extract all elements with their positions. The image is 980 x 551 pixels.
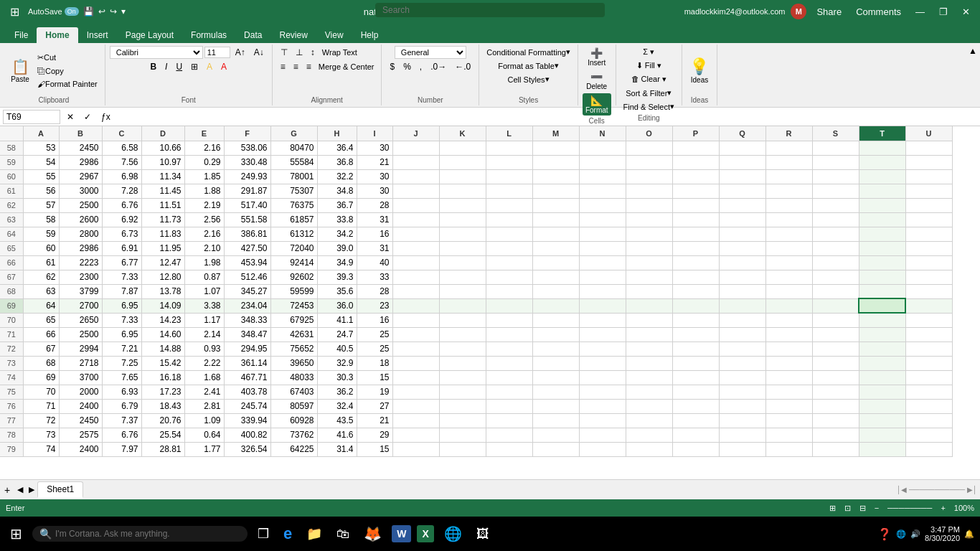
cell-I61[interactable]: 30 — [357, 184, 392, 198]
cell-M60[interactable] — [532, 169, 579, 184]
cell-M79[interactable] — [532, 442, 579, 456]
cell-Q76[interactable] — [719, 399, 765, 413]
cell-U61[interactable] — [905, 184, 952, 198]
cell-T69[interactable] — [859, 298, 905, 313]
cell-Q58[interactable] — [719, 141, 765, 155]
cell-I72[interactable]: 25 — [357, 342, 392, 356]
cell-S69[interactable] — [812, 298, 859, 313]
cell-P76[interactable] — [672, 399, 719, 413]
cell-U69[interactable] — [905, 298, 952, 313]
cell-H63[interactable]: 33.8 — [317, 212, 357, 227]
cell-I65[interactable]: 31 — [357, 241, 392, 255]
cell-O58[interactable] — [626, 141, 672, 155]
cell-B79[interactable]: 2400 — [59, 442, 102, 456]
cell-T63[interactable] — [859, 212, 905, 227]
col-header-K[interactable]: K — [439, 126, 486, 141]
cell-C70[interactable]: 7.33 — [102, 313, 141, 327]
cell-M77[interactable] — [532, 413, 579, 428]
cell-H77[interactable]: 43.5 — [317, 413, 357, 428]
cell-J65[interactable] — [392, 241, 439, 255]
cell-U62[interactable] — [905, 198, 952, 212]
cell-O69[interactable] — [626, 298, 672, 313]
cell-Q72[interactable] — [719, 342, 765, 356]
cell-U78[interactable] — [905, 428, 952, 442]
name-box[interactable] — [3, 110, 60, 124]
col-header-J[interactable]: J — [392, 126, 439, 141]
cell-R76[interactable] — [765, 399, 812, 413]
cell-D73[interactable]: 15.42 — [141, 356, 184, 370]
cell-H60[interactable]: 32.2 — [317, 169, 357, 184]
cell-A74[interactable]: 69 — [23, 370, 59, 385]
cell-T75[interactable] — [859, 385, 905, 399]
cell-O61[interactable] — [626, 184, 672, 198]
delete-button[interactable]: ➖ Delete — [583, 70, 610, 92]
cell-O60[interactable] — [626, 169, 672, 184]
cell-J63[interactable] — [392, 212, 439, 227]
cell-L70[interactable] — [486, 313, 532, 327]
cell-B70[interactable]: 2650 — [59, 313, 102, 327]
cell-M66[interactable] — [532, 255, 579, 270]
tab-page-layout[interactable]: Page Layout — [117, 27, 182, 43]
cell-R66[interactable] — [765, 255, 812, 270]
cell-G62[interactable]: 76375 — [270, 198, 317, 212]
cell-A75[interactable]: 70 — [23, 385, 59, 399]
cell-U71[interactable] — [905, 327, 952, 342]
col-header-B[interactable]: B — [59, 126, 102, 141]
cell-O76[interactable] — [626, 399, 672, 413]
cell-S79[interactable] — [812, 442, 859, 456]
cell-J79[interactable] — [392, 442, 439, 456]
cell-E63[interactable]: 2.56 — [184, 212, 224, 227]
cell-R70[interactable] — [765, 313, 812, 327]
view-page-break-icon[interactable]: ⊟ — [859, 504, 866, 513]
cell-M70[interactable] — [532, 313, 579, 327]
tab-file[interactable]: File — [6, 27, 37, 43]
cell-D58[interactable]: 10.66 — [141, 141, 184, 155]
cell-N66[interactable] — [579, 255, 626, 270]
cell-Q64[interactable] — [719, 227, 765, 241]
cell-G60[interactable]: 78001 — [270, 169, 317, 184]
cell-F78[interactable]: 400.82 — [224, 428, 270, 442]
cell-K66[interactable] — [439, 255, 486, 270]
cell-C67[interactable]: 7.33 — [102, 270, 141, 284]
col-header-C[interactable]: C — [102, 126, 141, 141]
cell-P78[interactable] — [672, 428, 719, 442]
cell-G77[interactable]: 60928 — [270, 413, 317, 428]
cell-O68[interactable] — [626, 284, 672, 298]
cell-F77[interactable]: 339.94 — [224, 413, 270, 428]
find-select-button[interactable]: Find & Select ▾ — [621, 100, 677, 113]
comma-button[interactable]: , — [416, 60, 425, 73]
font-size-input[interactable] — [204, 47, 230, 58]
cell-R64[interactable] — [765, 227, 812, 241]
cell-U75[interactable] — [905, 385, 952, 399]
cell-G64[interactable]: 61312 — [270, 227, 317, 241]
cell-B66[interactable]: 2223 — [59, 255, 102, 270]
cell-P68[interactable] — [672, 284, 719, 298]
view-page-layout-icon[interactable]: ⊡ — [844, 504, 851, 513]
cell-A66[interactable]: 61 — [23, 255, 59, 270]
cell-K63[interactable] — [439, 212, 486, 227]
tab-view[interactable]: View — [316, 27, 352, 43]
cell-E78[interactable]: 0.64 — [184, 428, 224, 442]
cell-G59[interactable]: 55584 — [270, 155, 317, 169]
cell-L72[interactable] — [486, 342, 532, 356]
cell-L76[interactable] — [486, 399, 532, 413]
save-icon[interactable]: 💾 — [83, 6, 94, 17]
cell-I66[interactable]: 40 — [357, 255, 392, 270]
col-header-R[interactable]: R — [765, 126, 812, 141]
cell-D76[interactable]: 18.43 — [141, 399, 184, 413]
font-color-button[interactable]: A — [217, 60, 230, 73]
cell-B68[interactable]: 3799 — [59, 284, 102, 298]
cell-G74[interactable]: 48033 — [270, 370, 317, 385]
cell-I78[interactable]: 29 — [357, 428, 392, 442]
cell-E72[interactable]: 0.93 — [184, 342, 224, 356]
cell-E67[interactable]: 0.87 — [184, 270, 224, 284]
cell-F76[interactable]: 245.74 — [224, 399, 270, 413]
cell-K61[interactable] — [439, 184, 486, 198]
cell-L74[interactable] — [486, 370, 532, 385]
col-header-U[interactable]: U — [905, 126, 952, 141]
cell-M72[interactable] — [532, 342, 579, 356]
cell-C58[interactable]: 6.58 — [102, 141, 141, 155]
cell-C65[interactable]: 6.91 — [102, 241, 141, 255]
store-icon[interactable]: 🛍 — [332, 524, 354, 545]
cell-K67[interactable] — [439, 270, 486, 284]
